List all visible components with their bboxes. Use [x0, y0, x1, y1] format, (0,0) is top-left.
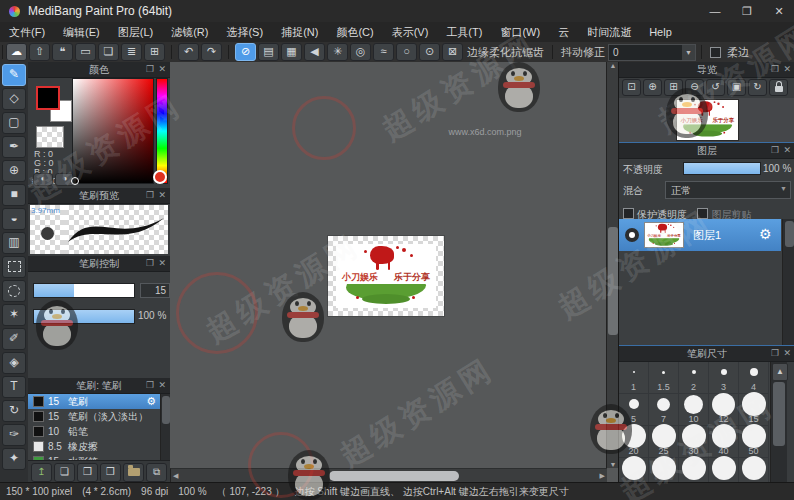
select-eraser-tool[interactable]: ◈: [2, 352, 26, 374]
brush-size-scrollbar[interactable]: ▲: [770, 362, 787, 483]
grid-edit-icon[interactable]: ⊞: [144, 43, 165, 61]
brush-size-cell[interactable]: 3: [709, 362, 739, 394]
canvas-hscrollbar[interactable]: ◀ ▶: [170, 468, 607, 483]
snap-parallel-icon[interactable]: ▤: [258, 43, 279, 61]
brush-size-value[interactable]: 15: [140, 283, 170, 298]
antialias-toggle-icon[interactable]: ⊠: [442, 43, 463, 61]
snap-settings-icon[interactable]: ⊙: [419, 43, 440, 61]
brush-size-cell[interactable]: 2: [679, 362, 709, 394]
color-wheel-toggle[interactable]: ◐: [33, 173, 53, 186]
minimize-button[interactable]: —: [700, 0, 730, 22]
close-icon[interactable]: ✕: [783, 144, 791, 157]
brush-list-item[interactable]: 15笔刷（淡入淡出）: [28, 409, 160, 424]
menu-item[interactable]: 文件(F): [0, 22, 54, 42]
layer-list-scroll-thumb[interactable]: [785, 221, 794, 247]
foreground-color-swatch[interactable]: [36, 86, 60, 110]
brush-settings-gear-icon[interactable]: ⚙: [146, 394, 156, 409]
eyedropper-tool[interactable]: ✦: [2, 448, 26, 470]
brush-size-cell[interactable]: [679, 458, 709, 484]
new-brush-icon[interactable]: ❏: [54, 463, 75, 482]
brush-size-cell[interactable]: 5: [619, 394, 649, 426]
menu-item[interactable]: 工具(T): [437, 22, 491, 42]
popout-icon[interactable]: ❐: [146, 257, 154, 270]
text-tool[interactable]: T: [2, 376, 26, 398]
brush-size-cell[interactable]: 4: [739, 362, 769, 394]
duplicate-brush-icon[interactable]: ⧉: [146, 463, 167, 482]
close-icon[interactable]: ✕: [158, 63, 166, 76]
eraser-tool[interactable]: ◇: [2, 88, 26, 110]
close-icon[interactable]: ✕: [158, 257, 166, 270]
brush-size-cell[interactable]: 40: [709, 426, 739, 458]
pen-tool[interactable]: ✑: [2, 424, 26, 446]
snap-grid-icon[interactable]: ▦: [281, 43, 302, 61]
layer-opacity-slider[interactable]: [683, 162, 761, 175]
blend-mode-select[interactable]: 正常 ▼: [665, 181, 791, 199]
layer-visibility-icon[interactable]: [625, 228, 639, 242]
menu-item[interactable]: 颜色(C): [327, 22, 382, 42]
popout-icon[interactable]: ❐: [771, 63, 779, 76]
list-settings-icon[interactable]: ≣: [121, 43, 142, 61]
control-point-tool[interactable]: ✒: [2, 136, 26, 158]
document-icon[interactable]: ❏: [98, 43, 119, 61]
menu-item[interactable]: 表示(V): [383, 22, 438, 42]
new-brush-menu-icon[interactable]: ❐: [77, 463, 98, 482]
snap-concentric-icon[interactable]: ◎: [350, 43, 371, 61]
close-icon[interactable]: ✕: [158, 189, 166, 202]
layer-settings-gear-icon[interactable]: ⚙: [759, 226, 772, 242]
close-icon[interactable]: ✕: [158, 379, 166, 392]
sv-picker-cursor[interactable]: [71, 177, 79, 185]
menu-item[interactable]: 云: [549, 22, 578, 42]
brush-list-item[interactable]: 10铅笔: [28, 424, 160, 439]
navigator-thumbnail[interactable]: 小刀娱乐乐于分享: [677, 100, 738, 140]
brush-size-cell[interactable]: 50: [739, 426, 769, 458]
maximize-button[interactable]: ❐: [732, 0, 762, 22]
menu-item[interactable]: 图层(L): [109, 22, 162, 42]
snap-ellipse-icon[interactable]: ○: [396, 43, 417, 61]
brush-size-cell[interactable]: [709, 458, 739, 484]
snap-vanishing-point-icon[interactable]: ◀: [304, 43, 325, 61]
brush-list-scroll-thumb[interactable]: [162, 396, 170, 424]
chat-bubble-icon[interactable]: ▭: [75, 43, 96, 61]
brush-size-cell[interactable]: 12: [709, 394, 739, 426]
snap-curve-icon[interactable]: ≈: [373, 43, 394, 61]
comment-icon[interactable]: ❝: [52, 43, 73, 61]
menu-item[interactable]: Help: [640, 22, 681, 42]
zoom-actual-icon[interactable]: ⊡: [622, 79, 641, 96]
select-pen-tool[interactable]: ✐: [2, 328, 26, 350]
brush-list-item[interactable]: 15水彩笔: [28, 454, 160, 461]
scroll-left-icon[interactable]: ◀: [173, 469, 178, 483]
brush-cloud-upload-icon[interactable]: ↥: [31, 463, 52, 482]
transparent-color-swatch[interactable]: [36, 126, 64, 148]
brush-size-cell[interactable]: 25: [649, 426, 679, 458]
rect-tool[interactable]: ▢: [2, 112, 26, 134]
close-button[interactable]: ✕: [764, 0, 794, 22]
close-icon[interactable]: ✕: [783, 63, 791, 76]
scroll-up-icon[interactable]: ▲: [772, 363, 788, 381]
brush-size-cell[interactable]: 7: [649, 394, 679, 426]
export-icon[interactable]: ⇧: [29, 43, 50, 61]
lock-view-icon[interactable]: [769, 79, 788, 96]
lasso-tool[interactable]: [2, 280, 26, 302]
brush-settings-icon[interactable]: ❒: [100, 463, 121, 482]
zoom-in-icon[interactable]: ⊕: [643, 79, 662, 96]
popout-icon[interactable]: ❐: [146, 379, 154, 392]
zoom-out-icon[interactable]: ⊖: [685, 79, 704, 96]
bucket-tool[interactable]: ◒: [2, 208, 26, 230]
gradient-tool[interactable]: ▥: [2, 232, 26, 254]
canvas-vscroll-thumb[interactable]: [608, 227, 618, 335]
brush-size-cell[interactable]: 30: [679, 426, 709, 458]
popout-icon[interactable]: ❐: [771, 144, 779, 157]
chevron-down-icon[interactable]: ▼: [682, 45, 695, 60]
brush-list-item[interactable]: 8.5橡皮擦: [28, 439, 160, 454]
popout-icon[interactable]: ❐: [771, 347, 779, 360]
brush-size-cell[interactable]: 20: [619, 426, 649, 458]
snap-radial-icon[interactable]: ✳: [327, 43, 348, 61]
brush-size-cell[interactable]: [739, 458, 769, 484]
menu-item[interactable]: 选择(S): [217, 22, 272, 42]
brush-opacity-slider[interactable]: [33, 309, 135, 324]
undo-icon[interactable]: ↶: [178, 43, 199, 61]
navigator-view[interactable]: 小刀娱乐乐于分享: [619, 98, 794, 142]
menu-item[interactable]: 编辑(E): [54, 22, 109, 42]
hue-slider-cursor[interactable]: [153, 170, 167, 184]
layer-name[interactable]: 图层1: [693, 228, 721, 243]
